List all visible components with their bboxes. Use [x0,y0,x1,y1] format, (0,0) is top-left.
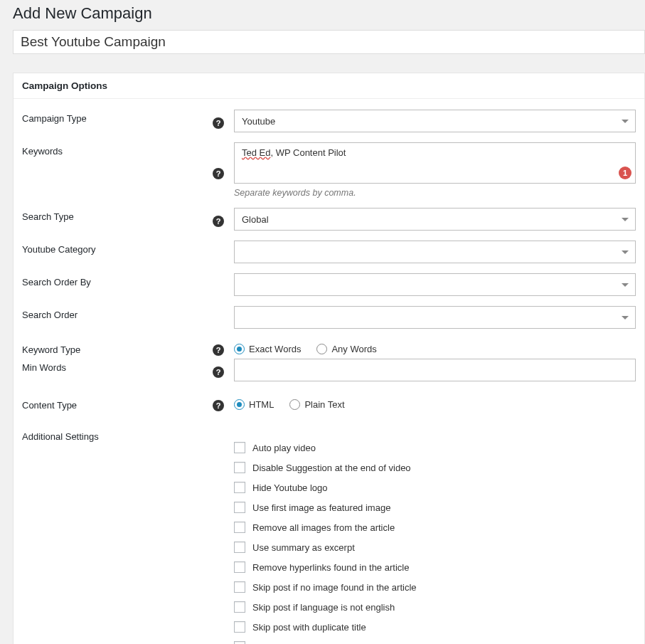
help-icon[interactable]: ? [213,117,224,129]
additional-checkbox[interactable]: Skip post if no image found in the artic… [234,581,636,593]
search-type-label: Search Type [22,208,213,222]
keyword-type-any-radio[interactable]: Any Words [316,344,376,354]
help-icon[interactable]: ? [213,216,224,227]
checkbox-icon [234,601,245,613]
help-icon[interactable]: ? [213,366,224,378]
additional-checkbox[interactable]: Use summary as excerpt [234,542,636,553]
keywords-hint: Separate keywords by comma. [234,188,636,198]
checkbox-icon [234,442,245,453]
checkbox-label: Skip post if no image found in the artic… [252,582,417,593]
checkbox-icon [234,522,245,533]
page-title: Add New Campaign [0,0,645,30]
keywords-label: Keywords [22,142,213,157]
checkbox-icon [234,462,245,473]
keyword-type-exact-radio[interactable]: Exact Words [234,344,301,354]
checkbox-label: Hide Youtube logo [252,482,328,493]
campaign-title-input[interactable] [13,30,645,54]
search-order-by-label: Search Order By [22,273,213,287]
additional-checkbox[interactable]: Skip post with duplicate title [234,621,636,633]
radio-icon [234,344,245,354]
help-icon[interactable]: ? [213,344,224,356]
keyword-type-label: Keyword Type [22,341,213,355]
additional-checkbox[interactable]: Use first image as featured image [234,502,636,513]
additional-checkbox[interactable]: Remove hyperlinks found in the article [234,561,636,573]
radio-icon [234,399,245,410]
search-order-label: Search Order [22,306,213,320]
additional-settings-label: Additional Settings [22,428,213,442]
help-icon[interactable]: ? [213,168,224,179]
radio-label: Exact Words [249,344,301,354]
youtube-category-select[interactable] [234,241,636,263]
search-type-select[interactable]: Global [234,208,636,231]
additional-checkbox[interactable]: Allow comments [234,641,636,644]
checkbox-icon [234,502,245,513]
search-order-select[interactable] [234,306,636,329]
additional-checkbox[interactable]: Disable Suggestion at the end of video [234,462,636,473]
radio-icon [316,344,327,354]
checkbox-icon [234,482,245,493]
radio-label: Plain Text [304,399,344,410]
content-type-html-radio[interactable]: HTML [234,399,274,410]
error-badge: 1 [619,167,631,179]
checkbox-icon [234,641,245,644]
panel-header: Campaign Options [14,73,644,99]
checkbox-label: Skip post with duplicate title [252,622,366,633]
additional-checkbox[interactable]: Hide Youtube logo [234,482,636,493]
checkbox-label: Auto play video [252,443,316,453]
checkbox-label: Use first image as featured image [252,502,390,513]
keyword-type-radio-group: Exact Words Any Words [234,341,636,354]
checkbox-label: Skip post if language is not english [252,602,395,613]
checkbox-icon [234,621,245,633]
content-type-label: Content Type [22,396,213,411]
checkbox-label: Remove hyperlinks found in the article [252,562,409,573]
min-words-label: Min Words [22,359,213,373]
campaign-type-label: Campaign Type [22,110,213,124]
keywords-textarea[interactable]: Ted Ed, WP Content Pilot [234,142,636,184]
search-order-by-select[interactable] [234,273,636,296]
checkbox-icon [234,581,245,593]
radio-icon [289,399,300,410]
checkbox-label: Allow comments [252,642,320,645]
min-words-input[interactable] [234,359,636,381]
youtube-category-label: Youtube Category [22,241,213,255]
checkbox-label: Disable Suggestion at the end of video [252,463,411,473]
radio-label: Any Words [331,344,376,354]
checkbox-icon [234,561,245,573]
additional-checkbox[interactable]: Skip post if language is not english [234,601,636,613]
help-icon[interactable]: ? [213,400,224,411]
radio-label: HTML [249,399,274,410]
campaign-options-panel: Campaign Options Campaign Type ? Youtube… [13,73,645,644]
additional-checkbox[interactable]: Remove all images from the article [234,522,636,533]
content-type-plain-radio[interactable]: Plain Text [289,399,344,410]
checkbox-label: Remove all images from the article [252,522,395,533]
checkbox-icon [234,542,245,553]
content-type-radio-group: HTML Plain Text [234,396,636,410]
campaign-type-select[interactable]: Youtube [234,110,636,132]
checkbox-label: Use summary as excerpt [252,542,355,553]
additional-checkbox[interactable]: Auto play video [234,442,636,453]
